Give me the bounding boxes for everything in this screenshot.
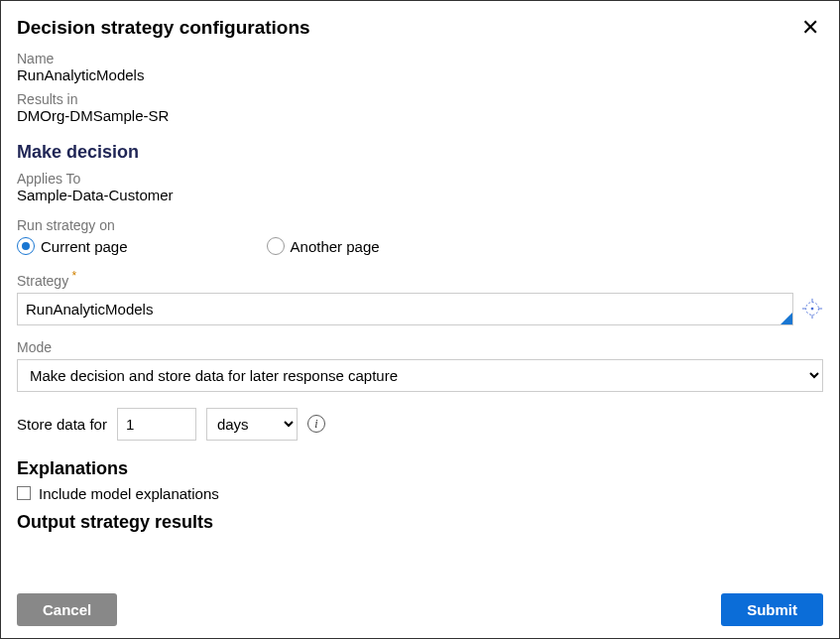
name-value: RunAnalyticModels: [17, 66, 823, 83]
include-explanations-label: Include model explanations: [39, 485, 219, 502]
strategy-input[interactable]: [17, 293, 793, 325]
close-icon[interactable]: ✕: [797, 17, 823, 39]
spacer: [17, 539, 823, 569]
include-explanations-row[interactable]: Include model explanations: [17, 485, 823, 502]
strategy-input-wrap: [17, 293, 793, 325]
applies-to-value: Sample-Data-Customer: [17, 187, 823, 203]
name-label: Name: [17, 51, 823, 66]
mode-label: Mode: [17, 339, 823, 355]
crosshair-icon[interactable]: [801, 298, 823, 320]
radio-current-page[interactable]: Current page: [17, 237, 128, 255]
cancel-button[interactable]: Cancel: [17, 593, 117, 626]
autocomplete-indicator-icon: [780, 313, 792, 324]
mode-select[interactable]: Make decision and store data for later r…: [17, 359, 823, 392]
submit-button[interactable]: Submit: [721, 593, 823, 626]
modal-footer: Cancel Submit: [1, 581, 839, 638]
radio-circle-icon: [267, 237, 285, 255]
make-decision-heading: Make decision: [17, 142, 823, 163]
store-data-label: Store data for: [17, 416, 107, 433]
svg-point-1: [811, 308, 814, 311]
modal-body-scroll[interactable]: Name RunAnalyticModels Results in DMOrg-…: [1, 43, 839, 569]
info-icon[interactable]: i: [307, 415, 325, 433]
radio-circle-icon: [17, 237, 35, 255]
modal-title: Decision strategy configurations: [17, 17, 310, 39]
results-in-label: Results in: [17, 91, 823, 107]
radio-current-page-label: Current page: [41, 238, 128, 255]
store-unit-select[interactable]: days: [206, 408, 298, 441]
applies-to-label: Applies To: [17, 171, 823, 187]
strategy-input-row: [17, 293, 823, 325]
store-data-input[interactable]: [117, 408, 196, 441]
strategy-label: Strategy: [17, 269, 823, 289]
modal-header: Decision strategy configurations ✕: [1, 1, 839, 43]
results-in-value: DMOrg-DMSample-SR: [17, 107, 823, 124]
radio-another-page[interactable]: Another page: [267, 237, 380, 255]
radio-another-page-label: Another page: [291, 238, 380, 255]
store-data-row: Store data for days i: [17, 408, 823, 441]
checkbox-icon[interactable]: [17, 486, 31, 500]
run-strategy-on-label: Run strategy on: [17, 217, 823, 233]
explanations-heading: Explanations: [17, 458, 823, 479]
run-strategy-radio-group: Current page Another page: [17, 237, 823, 255]
output-results-heading: Output strategy results: [17, 512, 823, 533]
